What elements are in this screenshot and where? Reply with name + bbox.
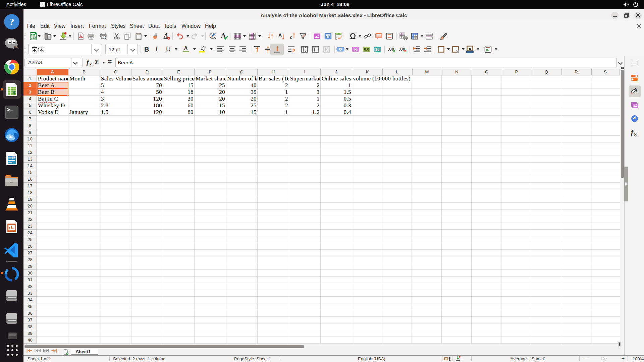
svg-text:z: z bbox=[290, 34, 292, 40]
svg-text:%: % bbox=[354, 47, 358, 52]
svg-text:0.0: 0.0 bbox=[364, 47, 369, 51]
svg-text:A: A bbox=[184, 46, 188, 51]
svg-text:|15|: |15| bbox=[374, 47, 380, 51]
svg-text:?: ? bbox=[9, 16, 14, 27]
svg-text:A: A bbox=[278, 33, 282, 38]
